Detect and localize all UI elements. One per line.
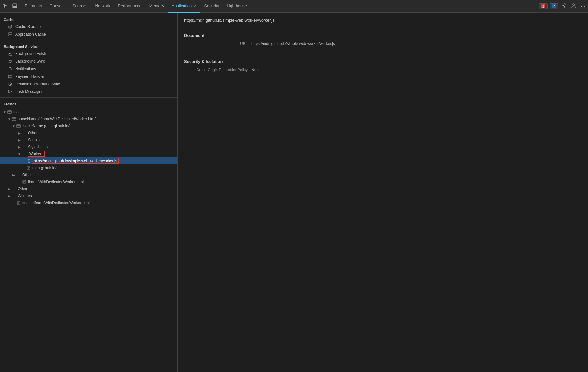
spacer-icon-stylesheets xyxy=(22,144,27,149)
tree-item-somename-mdn[interactable]: ▼ someName (mdn.github.io/) xyxy=(0,123,177,130)
tab-security[interactable]: Security xyxy=(200,0,223,13)
tree-item-other1[interactable]: ▶ Other xyxy=(0,130,177,136)
file-icon-nested xyxy=(16,200,21,205)
tree-item-other2[interactable]: ▶ Other xyxy=(0,171,177,178)
tree-item-workers[interactable]: ▼ Workers xyxy=(0,150,177,157)
cross-origin-row: Cross-Origin Embedder Policy None xyxy=(184,68,582,72)
periodic-sync-icon xyxy=(8,82,13,87)
file-icon-iframe xyxy=(22,179,27,184)
svg-rect-11 xyxy=(9,77,10,77)
arrow-somename-iframe: ▼ xyxy=(7,117,11,121)
file-icon-mdn xyxy=(26,165,31,170)
user-icon[interactable] xyxy=(570,2,578,10)
tab-sources[interactable]: Sources xyxy=(69,0,91,13)
arrow-other1: ▶ xyxy=(17,131,22,135)
tree-label-nested-iframe: nestedIframeWithDedicatedWorker.html xyxy=(22,201,90,205)
cross-origin-value: None xyxy=(251,68,261,72)
tab-close-icon[interactable]: ✕ xyxy=(194,4,197,8)
tree-item-top[interactable]: ▼ top xyxy=(0,109,177,116)
arrow-top: ▼ xyxy=(3,110,7,114)
tab-network[interactable]: Network xyxy=(91,0,114,13)
tree-label-somename-iframe: someName (iframeWithDedicatedWorker.html… xyxy=(18,117,97,121)
tab-memory[interactable]: Memory xyxy=(145,0,168,13)
cache-divider xyxy=(0,40,177,40)
tree-item-iframe-html[interactable]: iframeWithDedicatedWorker.html xyxy=(0,178,177,185)
svg-point-2 xyxy=(564,5,565,7)
error-count: 1 xyxy=(541,4,545,8)
background-services-label: Background Services xyxy=(0,42,177,50)
tree-label-iframe-html: iframeWithDedicatedWorker.html xyxy=(28,180,84,184)
tree-label-workers: Workers xyxy=(28,151,44,156)
arrow-other2: ▶ xyxy=(11,173,16,177)
url-label: URL xyxy=(184,42,248,46)
more-icon[interactable]: ⋯ xyxy=(579,3,587,10)
arrow-somename-mdn: ▼ xyxy=(11,124,16,128)
warning-badge-button[interactable]: 7 xyxy=(550,3,558,9)
svg-point-3 xyxy=(573,4,575,6)
tree-label-workers2: Workers xyxy=(18,194,32,198)
frames-tree: ▼ top ▼ someN xyxy=(0,107,177,208)
arrow-scripts: ▶ xyxy=(17,138,22,142)
tree-item-workers2[interactable]: ▶ Workers xyxy=(0,192,177,199)
services-divider xyxy=(0,97,177,98)
spacer-icon-other2 xyxy=(16,172,21,177)
tree-item-scripts[interactable]: ▶ Scripts xyxy=(0,136,177,143)
sidebar: Cache Cache Storage Applicatio xyxy=(0,13,178,372)
arrow-other3: ▶ xyxy=(7,187,11,191)
svg-rect-18 xyxy=(17,124,20,128)
cursor-icon[interactable] xyxy=(1,2,9,10)
settings-icon[interactable] xyxy=(560,2,568,10)
application-cache-icon xyxy=(8,32,13,37)
frames-section-label: Frames xyxy=(0,100,177,107)
tree-item-stylesheets[interactable]: ▶ Stylesheets xyxy=(0,143,177,150)
tab-console[interactable]: Console xyxy=(46,0,69,13)
tab-application[interactable]: Application ✕ xyxy=(168,0,201,13)
tab-performance[interactable]: Performance xyxy=(114,0,145,13)
spacer-icon-other1 xyxy=(22,130,27,136)
tree-label-scripts: Scripts xyxy=(28,138,40,142)
sidebar-item-push-messaging[interactable]: Push Messaging xyxy=(0,88,177,96)
frame-icon-somename-mdn xyxy=(16,123,21,129)
tree-item-other3[interactable]: ▶ Other xyxy=(0,185,177,192)
tree-item-mdn-github[interactable]: mdn.github.io/ xyxy=(0,164,177,171)
push-messaging-icon xyxy=(8,89,13,94)
sidebar-item-background-fetch[interactable]: Background Fetch xyxy=(0,50,177,57)
svg-rect-16 xyxy=(12,117,16,121)
security-section: Security & Isolation Cross-Origin Embedd… xyxy=(178,54,588,80)
arrow-workers2: ▶ xyxy=(7,194,11,198)
cross-origin-label: Cross-Origin Embedder Policy xyxy=(184,68,248,72)
document-section-title: Document xyxy=(184,33,582,38)
panel-url-value: https://mdn.github.io/simple-web-worker/… xyxy=(184,18,275,23)
tree-label-other1: Other xyxy=(28,131,37,135)
frame-icon-somename-iframe xyxy=(11,116,17,122)
spacer-icon-scripts xyxy=(22,137,27,143)
sidebar-item-cache-storage[interactable]: Cache Storage xyxy=(0,23,177,30)
tree-item-worker-url[interactable]: https://mdn.github.io/simple-web-worker/… xyxy=(0,157,177,164)
sidebar-item-periodic-background-sync[interactable]: Periodic Background Sync xyxy=(0,80,177,88)
cache-section-label: Cache xyxy=(0,15,177,23)
tree-label-worker-url: https://mdn.github.io/simple-web-worker/… xyxy=(32,158,118,163)
main-layout: Cache Cache Storage Applicatio xyxy=(0,13,588,372)
tree-item-nested-iframe[interactable]: nestedIframeWithDedicatedWorker.html xyxy=(0,199,177,206)
panel-url-bar: https://mdn.github.io/simple-web-worker/… xyxy=(178,13,588,28)
error-badge-button[interactable]: 1 xyxy=(539,3,548,9)
tree-label-stylesheets: Stylesheets xyxy=(28,145,48,149)
tree-label-other2: Other xyxy=(22,173,32,177)
dock-icon[interactable] xyxy=(11,2,18,10)
svg-rect-9 xyxy=(8,75,12,78)
toolbar-right: 1 7 ⋯ xyxy=(539,2,587,10)
tree-item-somename-iframe[interactable]: ▼ someName (iframeWithDedicatedWorker.ht… xyxy=(0,116,177,123)
sidebar-item-application-cache[interactable]: Application Cache xyxy=(0,30,177,38)
tab-elements[interactable]: Elements xyxy=(21,0,46,13)
spacer-icon-workers xyxy=(22,151,27,156)
sidebar-item-payment-handler[interactable]: Payment Handler xyxy=(0,73,177,80)
url-row-value: https://mdn.github.io/simple-web-worker/… xyxy=(251,42,335,46)
tree-label-other3: Other xyxy=(18,187,27,191)
svg-point-4 xyxy=(9,25,12,26)
tab-lighthouse[interactable]: Lighthouse xyxy=(223,0,251,13)
right-panel: https://mdn.github.io/simple-web-worker/… xyxy=(178,13,588,372)
sidebar-item-background-sync[interactable]: Background Sync xyxy=(0,57,177,65)
toolbar-icons xyxy=(1,2,18,10)
sidebar-item-notifications[interactable]: Notifications xyxy=(0,65,177,73)
svg-point-13 xyxy=(10,92,10,93)
